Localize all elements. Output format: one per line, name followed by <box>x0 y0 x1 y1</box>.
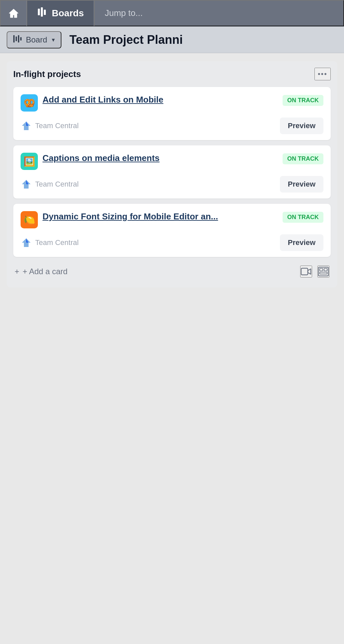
card-title-area-2: Captions on media elements <box>43 153 278 164</box>
svg-rect-0 <box>38 9 40 15</box>
card-captions-media: 🖼️ Captions on media elements ON TRACK T… <box>13 145 331 199</box>
team-name-1: Team Central <box>35 121 79 130</box>
home-button[interactable] <box>0 0 27 26</box>
svg-rect-2 <box>44 10 46 15</box>
main-content: In-flight projects ••• 🥨 Add and Edit Li… <box>0 53 344 295</box>
column-header: In-flight projects ••• <box>13 68 331 80</box>
card-title-area-3: Dynamic Font Sizing for Mobile Editor an… <box>43 211 278 222</box>
status-badge-on-track-3: ON TRACK <box>283 212 323 223</box>
preview-button-2[interactable]: Preview <box>280 176 323 193</box>
preview-button-1[interactable]: Preview <box>280 118 323 134</box>
card-bottom-3: Team Central Preview <box>21 234 323 251</box>
board-card-icon-button[interactable] <box>317 266 329 278</box>
card-add-edit-links: 🥨 Add and Edit Links on Mobile ON TRACK … <box>13 87 331 140</box>
card-dynamic-font: 🍋 Dynamic Font Sizing for Mobile Editor … <box>13 204 331 257</box>
team-name-3: Team Central <box>35 238 79 247</box>
card-icon-pretzel: 🥨 <box>21 94 38 112</box>
card-icon-media: 🖼️ <box>21 153 38 170</box>
status-badge-on-track-2: ON TRACK <box>283 153 323 164</box>
board-view-button[interactable]: Board ▾ <box>7 31 61 48</box>
video-icon-button[interactable] <box>300 266 312 278</box>
svg-rect-10 <box>324 269 327 271</box>
svg-rect-4 <box>16 37 17 41</box>
boards-button[interactable]: Boards <box>27 0 94 26</box>
add-card-label: + Add a card <box>23 267 67 276</box>
jira-icon-2 <box>21 179 32 190</box>
page-title: Team Project Planni <box>69 33 183 47</box>
svg-rect-5 <box>18 35 19 42</box>
team-name-2: Team Central <box>35 180 79 189</box>
sub-header: Board ▾ Team Project Planni <box>0 27 344 53</box>
status-badge-on-track-1: ON TRACK <box>283 95 323 106</box>
svg-rect-11 <box>320 272 327 274</box>
card-icon-lemon: 🍋 <box>21 211 38 228</box>
boards-icon <box>37 7 48 20</box>
chevron-down-icon: ▾ <box>52 36 55 43</box>
board-view-label: Board <box>26 35 47 44</box>
add-card-button[interactable]: + + Add a card <box>15 267 67 276</box>
add-card-row: + + Add a card <box>13 262 331 281</box>
column-title: In-flight projects <box>13 69 81 79</box>
card-title-area: Add and Edit Links on Mobile <box>43 94 278 106</box>
card-title-dynamic-font[interactable]: Dynamic Font Sizing for Mobile Editor an… <box>43 211 218 221</box>
svg-rect-9 <box>320 269 323 271</box>
card-title-add-edit-links[interactable]: Add and Edit Links on Mobile <box>43 95 163 105</box>
video-camera-icon <box>301 267 311 276</box>
jump-to-label: Jump to... <box>105 8 142 18</box>
plus-icon: + <box>15 267 19 276</box>
svg-rect-6 <box>20 37 22 40</box>
top-nav: Boards Jump to... <box>0 0 344 27</box>
card-bottom-2: Team Central Preview <box>21 176 323 193</box>
team-info-3: Team Central <box>21 237 79 248</box>
ellipsis-icon: ••• <box>318 70 327 78</box>
card-title-captions[interactable]: Captions on media elements <box>43 153 160 163</box>
board-view-icon <box>13 35 23 44</box>
jump-to-button[interactable]: Jump to... <box>94 0 344 26</box>
card-bottom-1: Team Central Preview <box>21 118 323 134</box>
svg-rect-7 <box>301 268 308 275</box>
add-card-icons <box>300 266 329 278</box>
team-info-1: Team Central <box>21 120 79 131</box>
home-icon <box>8 7 20 19</box>
svg-rect-3 <box>13 35 15 42</box>
svg-rect-1 <box>41 7 43 17</box>
column-menu-button[interactable]: ••• <box>314 68 331 80</box>
card-top: 🥨 Add and Edit Links on Mobile ON TRACK <box>21 94 323 112</box>
jira-icon-3 <box>21 237 32 248</box>
card-top-3: 🍋 Dynamic Font Sizing for Mobile Editor … <box>21 211 323 228</box>
jira-icon-1 <box>21 120 32 131</box>
preview-button-3[interactable]: Preview <box>280 234 323 251</box>
board-layout-icon <box>318 267 329 277</box>
card-top-2: 🖼️ Captions on media elements ON TRACK <box>21 153 323 170</box>
team-info-2: Team Central <box>21 179 79 190</box>
boards-label: Boards <box>52 8 84 19</box>
board-column: In-flight projects ••• 🥨 Add and Edit Li… <box>7 61 337 287</box>
